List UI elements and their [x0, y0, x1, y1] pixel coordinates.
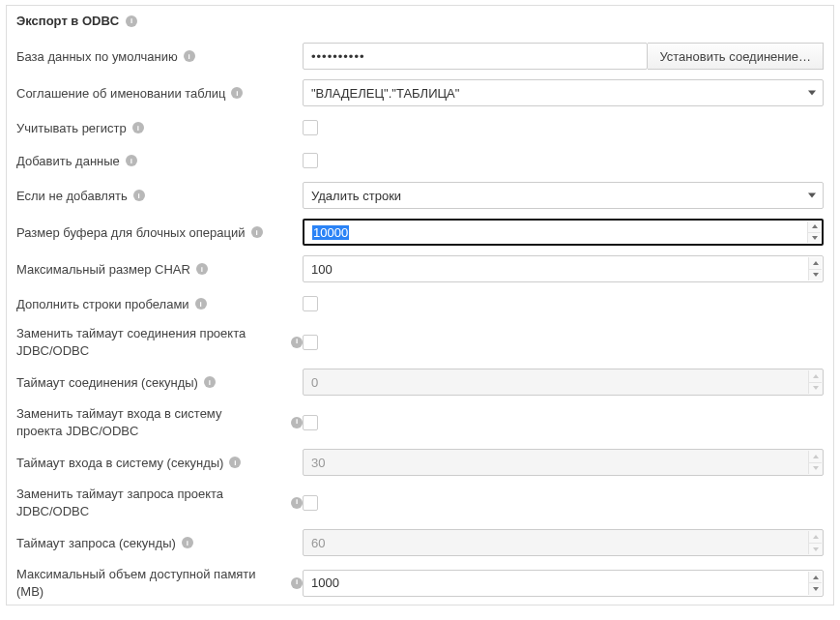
arrow-down-icon: [812, 236, 818, 240]
label-text: Добавить данные: [16, 154, 120, 168]
append-checkbox[interactable]: [303, 153, 318, 168]
arrow-up-icon: [813, 576, 819, 579]
select-value: Удалить строки: [311, 189, 401, 203]
info-icon[interactable]: [291, 497, 303, 509]
row-if-not-append: Если не добавлять Удалить строки: [7, 177, 833, 214]
label-text: Заменить таймаут входа в систему проекта…: [16, 405, 258, 439]
label-max-mem: Максимальный объем доступной памяти (MB): [16, 566, 303, 600]
spin-up[interactable]: [809, 257, 822, 270]
max-char-value: 100: [304, 262, 823, 277]
max-char-stepper[interactable]: 100: [303, 255, 824, 282]
info-icon[interactable]: [251, 226, 263, 238]
info-icon[interactable]: [291, 337, 303, 348]
label-text: Соглашение об именовании таблиц: [16, 86, 225, 101]
spin-down[interactable]: [808, 233, 821, 244]
label-query-to: Таймаут запроса (секунды): [16, 536, 303, 550]
label-override-conn-to: Заменить таймаут соединения проекта JDBC…: [16, 325, 303, 359]
label-default-db: База данных по умолчанию: [16, 49, 303, 64]
label-naming: Соглашение об именовании таблиц: [16, 86, 303, 101]
label-buffer: Размер буфера для блочных операций: [16, 225, 303, 240]
info-icon[interactable]: [182, 537, 193, 548]
spin-down[interactable]: [809, 270, 822, 281]
spin-up: [809, 370, 822, 383]
info-icon[interactable]: [229, 457, 241, 468]
naming-select[interactable]: "ВЛАДЕЛЕЦ"."ТАБЛИЦА": [303, 79, 824, 106]
info-icon[interactable]: [196, 263, 208, 275]
arrow-down-icon: [813, 547, 819, 551]
row-pad-spaces: Дополнить строки пробелами: [7, 287, 833, 320]
info-icon[interactable]: [204, 376, 216, 388]
spin-up[interactable]: [808, 221, 821, 233]
override-conn-to-checkbox[interactable]: [303, 335, 318, 350]
info-icon[interactable]: [195, 298, 207, 310]
login-to-value: 30: [304, 456, 823, 470]
label-text: Если не добавлять: [16, 189, 128, 203]
spin-buttons: [808, 370, 822, 394]
info-icon[interactable]: [291, 577, 303, 589]
naming-select-value: "ВЛАДЕЛЕЦ"."ТАБЛИЦА": [311, 86, 459, 101]
label-text: Максимальный размер CHAR: [16, 262, 190, 277]
case-sensitive-checkbox[interactable]: [303, 120, 318, 135]
odbc-export-panel: Экспорт в ODBC База данных по умолчанию …: [6, 5, 834, 605]
spin-up[interactable]: [809, 572, 822, 584]
label-login-to: Таймаут входа в систему (секунды): [16, 456, 303, 470]
login-to-stepper: 30: [303, 449, 824, 476]
label-text: Заменить таймаут запроса проекта JDBC/OD…: [16, 486, 258, 519]
spin-down: [809, 383, 822, 395]
spin-buttons: [808, 257, 822, 280]
row-default-db: База данных по умолчанию Установить соед…: [7, 38, 833, 74]
info-icon[interactable]: [184, 50, 195, 62]
default-db-input[interactable]: [303, 43, 648, 70]
arrow-down-icon: [813, 466, 819, 470]
conn-to-value: 0: [304, 375, 823, 390]
spin-buttons: [808, 572, 822, 595]
spin-buttons: [807, 221, 821, 243]
info-icon[interactable]: [133, 190, 145, 201]
buffer-stepper[interactable]: 10000: [303, 219, 824, 246]
arrow-down-icon: [813, 587, 819, 591]
row-override-query-to: Заменить таймаут запроса проекта JDBC/OD…: [7, 481, 833, 524]
label-text: Размер буфера для блочных операций: [16, 225, 246, 240]
row-buffer: Размер буфера для блочных операций 10000: [7, 214, 833, 251]
info-icon[interactable]: [291, 417, 303, 428]
label-if-not-append: Если не добавлять: [16, 189, 303, 203]
info-icon[interactable]: [126, 155, 137, 166]
set-connection-button[interactable]: Установить соединение…: [648, 43, 824, 70]
arrow-up-icon: [813, 261, 819, 265]
spin-up: [809, 451, 822, 463]
label-override-query-to: Заменить таймаут запроса проекта JDBC/OD…: [16, 486, 303, 519]
row-override-conn-to: Заменить таймаут соединения проекта JDBC…: [7, 320, 833, 364]
arrow-down-icon: [813, 386, 819, 390]
label-append: Добавить данные: [16, 154, 303, 168]
row-append: Добавить данные: [7, 144, 833, 177]
arrow-up-icon: [812, 224, 818, 228]
panel-title: Экспорт в ODBC: [16, 14, 119, 28]
label-text: Заменить таймаут соединения проекта JDBC…: [16, 325, 258, 359]
label-max-char: Максимальный размер CHAR: [16, 262, 303, 277]
panel-header: Экспорт в ODBC: [7, 6, 833, 38]
label-text: Учитывать регистр: [16, 121, 127, 135]
buffer-value: 10000: [312, 225, 349, 240]
if-not-append-select[interactable]: Удалить строки: [303, 182, 824, 209]
query-to-stepper: 60: [303, 529, 824, 556]
label-text: Дополнить строки пробелами: [16, 297, 189, 311]
info-icon[interactable]: [231, 87, 243, 99]
row-conn-to: Таймаут соединения (секунды) 0: [7, 364, 833, 400]
row-query-to: Таймаут запроса (секунды) 60: [7, 524, 833, 561]
label-override-login-to: Заменить таймаут входа в систему проекта…: [16, 405, 303, 439]
override-login-to-checkbox[interactable]: [303, 415, 318, 430]
info-icon[interactable]: [126, 15, 137, 27]
row-override-login-to: Заменить таймаут входа в систему проекта…: [7, 400, 833, 444]
spin-down[interactable]: [809, 583, 822, 595]
row-max-mem: Максимальный объем доступной памяти (MB)…: [7, 561, 833, 605]
spin-buttons: [808, 451, 822, 474]
override-query-to-checkbox[interactable]: [303, 495, 318, 511]
info-icon[interactable]: [132, 122, 144, 133]
row-case-sensitive: Учитывать регистр: [7, 111, 833, 144]
max-mem-stepper[interactable]: 1000: [303, 570, 824, 597]
arrow-down-icon: [813, 273, 819, 277]
label-case-sensitive: Учитывать регистр: [16, 121, 303, 135]
pad-spaces-checkbox[interactable]: [303, 296, 318, 311]
arrow-up-icon: [813, 455, 819, 458]
label-text: Таймаут запроса (секунды): [16, 536, 176, 550]
